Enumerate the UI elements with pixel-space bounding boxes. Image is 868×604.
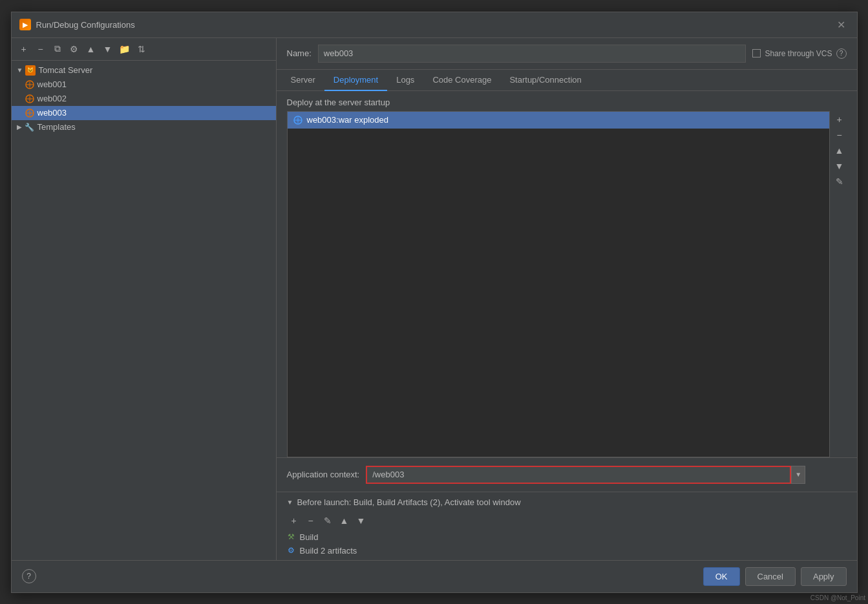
dialog-content: + − ⧉ ⚙ ▲ ▼ 📁 ⇅ ▼ 🐱 Tomcat Server <box>12 38 857 560</box>
left-panel: + − ⧉ ⚙ ▲ ▼ 📁 ⇅ ▼ 🐱 Tomcat Server <box>12 38 277 560</box>
deploy-item-label: web003:war exploded <box>307 115 388 125</box>
deploy-header: Deploy at the server startup <box>277 91 857 111</box>
templates-label: Templates <box>37 122 76 132</box>
folder-button[interactable]: 📁 <box>118 42 132 56</box>
deploy-add-button[interactable]: + <box>832 112 847 127</box>
tomcat-icon: 🐱 <box>25 65 36 76</box>
apply-button[interactable]: Apply <box>801 567 847 586</box>
web003-label: web003 <box>37 108 67 118</box>
title-bar: ▶ Run/Debug Configurations ✕ <box>12 12 857 38</box>
cancel-button[interactable]: Cancel <box>745 567 796 586</box>
tree-item-web002[interactable]: web002 <box>12 92 276 106</box>
watermark: CSDN @Not_Point <box>810 594 865 601</box>
move-up-button[interactable]: ▲ <box>84 42 98 56</box>
before-launch-header[interactable]: ▼ Before launch: Build, Build Artifacts … <box>277 492 857 512</box>
dialog-icon: ▶ <box>19 19 31 30</box>
deploy-item-icon <box>293 115 303 125</box>
tree-item-web001[interactable]: web001 <box>12 78 276 92</box>
before-launch-item-artifacts: ⚙ Build 2 artifacts <box>287 544 847 557</box>
tree-expand-arrow: ▼ <box>17 67 23 74</box>
deploy-move-up-button[interactable]: ▲ <box>832 143 847 158</box>
before-launch-edit-btn[interactable]: ✎ <box>321 514 335 528</box>
ok-button[interactable]: OK <box>703 567 740 586</box>
deploy-section: Deploy at the server startup <box>277 91 857 457</box>
run-debug-configurations-dialog: ▶ Run/Debug Configurations ✕ + − ⧉ ⚙ ▲ ▼… <box>11 12 858 593</box>
deploy-edit-button[interactable]: ✎ <box>832 174 847 189</box>
deploy-list-wrapper: web003:war exploded + − ▲ ▼ ✎ <box>287 111 847 457</box>
before-launch-section: ▼ Before launch: Build, Build Artifacts … <box>277 492 857 560</box>
tab-server[interactable]: Server <box>282 70 324 91</box>
before-launch-item-build: ⚒ Build <box>287 530 847 544</box>
sort-button[interactable]: ⇅ <box>134 42 149 56</box>
bottom-bar: ? OK Cancel Apply CSDN @Not_Point <box>12 560 857 592</box>
deploy-move-down-button[interactable]: ▼ <box>832 159 847 173</box>
tree-item-web003[interactable]: web003 <box>12 106 276 120</box>
deploy-list: web003:war exploded <box>287 111 830 457</box>
artifacts-icon: ⚙ <box>287 546 296 555</box>
share-vcs-label: Share through VCS <box>765 49 832 58</box>
name-label: Name: <box>287 48 312 58</box>
app-context-dropdown[interactable]: ▼ <box>791 466 805 484</box>
before-launch-list: ⚒ Build ⚙ Build 2 artifacts <box>277 530 857 560</box>
tree-group-tomcat[interactable]: ▼ 🐱 Tomcat Server <box>12 63 276 78</box>
dialog-title: Run/Debug Configurations <box>36 20 135 30</box>
close-button[interactable]: ✕ <box>833 17 849 32</box>
build-label: Build <box>300 532 319 542</box>
app-context-input[interactable] <box>366 466 791 484</box>
deploy-remove-button[interactable]: − <box>832 128 847 142</box>
left-toolbar: + − ⧉ ⚙ ▲ ▼ 📁 ⇅ <box>12 38 276 61</box>
deploy-item-web003[interactable]: web003:war exploded <box>288 112 829 129</box>
title-bar-left: ▶ Run/Debug Configurations <box>19 19 135 30</box>
copy-config-button[interactable]: ⧉ <box>50 42 65 56</box>
web001-label: web001 <box>37 79 67 89</box>
before-launch-toolbar: + − ✎ ▲ ▼ <box>277 512 857 530</box>
app-context-label: Application context: <box>287 470 360 479</box>
share-vcs-help-icon[interactable]: ? <box>836 48 847 59</box>
right-panel: Name: Share through VCS ? Server Deploym… <box>277 38 857 560</box>
add-config-button[interactable]: + <box>17 42 31 56</box>
remove-config-button[interactable]: − <box>34 42 48 56</box>
before-launch-remove-btn[interactable]: − <box>304 514 318 528</box>
web001-icon <box>25 79 35 90</box>
templates-icon: 🔧 <box>25 122 35 132</box>
build-icon: ⚒ <box>287 532 296 541</box>
build-artifacts-label: Build 2 artifacts <box>300 546 357 556</box>
dialog-help-button[interactable]: ? <box>22 569 36 583</box>
app-context-input-wrapper: ▼ <box>366 466 805 484</box>
tab-deployment[interactable]: Deployment <box>324 70 387 91</box>
web002-label: web002 <box>37 94 67 103</box>
before-launch-up-btn[interactable]: ▲ <box>337 514 352 528</box>
tab-content: Deploy at the server startup <box>277 91 857 560</box>
web003-icon <box>25 108 35 118</box>
tab-code-coverage[interactable]: Code Coverage <box>423 70 500 91</box>
settings-button[interactable]: ⚙ <box>67 42 81 56</box>
tomcat-server-label: Tomcat Server <box>38 65 92 75</box>
web002-icon <box>25 94 35 104</box>
move-down-button[interactable]: ▼ <box>101 42 115 56</box>
tab-startup-connection[interactable]: Startup/Connection <box>500 70 590 91</box>
config-tabs: Server Deployment Logs Code Coverage Sta… <box>277 70 857 91</box>
name-input[interactable] <box>318 45 746 63</box>
deploy-side-buttons: + − ▲ ▼ ✎ <box>830 111 847 457</box>
share-vcs-container: Share through VCS ? <box>752 48 846 59</box>
share-vcs-checkbox[interactable] <box>752 49 761 57</box>
before-launch-label: Before launch: Build, Build Artifacts (2… <box>297 497 520 507</box>
config-tree: ▼ 🐱 Tomcat Server web001 <box>12 61 276 560</box>
before-launch-down-btn[interactable]: ▼ <box>354 514 368 528</box>
before-launch-arrow: ▼ <box>287 499 293 506</box>
tree-item-templates[interactable]: ▶ 🔧 Templates <box>12 120 276 134</box>
before-launch-add-btn[interactable]: + <box>287 514 301 528</box>
templates-expand-arrow: ▶ <box>17 123 22 130</box>
tab-logs[interactable]: Logs <box>387 70 423 91</box>
app-context-section: Application context: ▼ <box>277 457 857 492</box>
name-row: Name: Share through VCS ? <box>277 38 857 70</box>
